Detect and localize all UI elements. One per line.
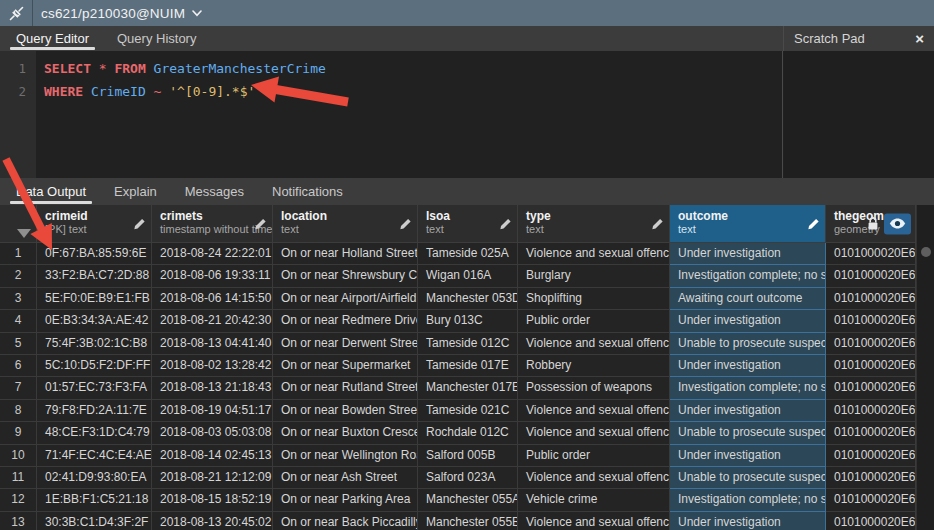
cell-type[interactable]: Violence and sexual offences xyxy=(518,467,670,489)
column-header-crimets[interactable]: crimetstimestamp without time xyxy=(152,205,273,242)
cell-lsoa[interactable]: Tameside 017E xyxy=(418,355,518,377)
cell-type[interactable]: Robbery xyxy=(518,355,670,377)
cell-location[interactable]: On or near Shrewsbury Close xyxy=(273,265,418,287)
cell-crimets[interactable]: 2018-08-24 22:22:01 xyxy=(152,243,273,265)
cell-location[interactable]: On or near Wellington Road xyxy=(273,445,418,467)
tab-query-editor[interactable]: Query Editor xyxy=(4,26,101,51)
cell-lsoa[interactable]: Manchester 017E xyxy=(418,377,518,399)
cell-type[interactable]: Public order xyxy=(518,445,670,467)
scratchpad-textarea[interactable] xyxy=(784,51,934,178)
cell-outcome[interactable]: Under investigation xyxy=(670,310,826,332)
cell-thegeom[interactable]: 0101000020E6100 xyxy=(826,288,916,310)
cell-location[interactable]: On or near Supermarket xyxy=(273,355,418,377)
select-all-corner[interactable] xyxy=(0,205,37,242)
cell-location[interactable]: On or near Parking Area xyxy=(273,489,418,511)
cell-thegeom[interactable]: 0101000020E6100 xyxy=(826,400,916,422)
cell-type[interactable]: Violence and sexual offences xyxy=(518,333,670,355)
cell-outcome[interactable]: Under investigation xyxy=(670,400,826,422)
cell-thegeom[interactable]: 0101000020E6100 xyxy=(826,265,916,287)
column-header-thegeom[interactable]: thegeomgeometry xyxy=(826,205,916,242)
cell-location[interactable]: On or near Derwent Street xyxy=(273,333,418,355)
cell-crimets[interactable]: 2018-08-06 14:15:50 xyxy=(152,288,273,310)
cell-lsoa[interactable]: Tameside 025A xyxy=(418,243,518,265)
cell-outcome[interactable]: Unable to prosecute suspect xyxy=(670,467,826,489)
cell-crimeid[interactable]: 75:4F:3B:02:1C:B8 xyxy=(37,333,152,355)
row-number[interactable]: 3 xyxy=(0,288,37,310)
connection-selector[interactable]: cs621/p210030@NUIM xyxy=(33,6,202,21)
row-number[interactable]: 11 xyxy=(0,467,37,489)
cell-type[interactable]: Public order xyxy=(518,310,670,332)
cell-crimets[interactable]: 2018-08-13 21:18:43 xyxy=(152,377,273,399)
cell-thegeom[interactable]: 0101000020E6100 xyxy=(826,243,916,265)
cell-outcome[interactable]: Unable to prosecute suspect xyxy=(670,333,826,355)
close-icon[interactable]: × xyxy=(915,30,924,47)
cell-lsoa[interactable]: Salford 023A xyxy=(418,467,518,489)
cell-thegeom[interactable]: 0101000020E6100 xyxy=(826,445,916,467)
cell-location[interactable]: On or near Rutland Street xyxy=(273,377,418,399)
cell-thegeom[interactable]: 0101000020E6100 xyxy=(826,512,916,530)
cell-outcome[interactable]: Under investigation xyxy=(670,355,826,377)
cell-crimets[interactable]: 2018-08-21 12:12:09 xyxy=(152,467,273,489)
cell-crimeid[interactable]: 5C:10:D5:F2:DF:FF xyxy=(37,355,152,377)
cell-crimeid[interactable]: 48:CE:F3:1D:C4:79 xyxy=(37,422,152,444)
cell-crimets[interactable]: 2018-08-21 20:42:30 xyxy=(152,310,273,332)
cell-outcome[interactable]: Under investigation xyxy=(670,445,826,467)
view-geometry-button[interactable] xyxy=(884,213,911,234)
cell-outcome[interactable]: Awaiting court outcome xyxy=(670,288,826,310)
column-header-crimeid[interactable]: crimeid[PK] text xyxy=(37,205,152,242)
cell-lsoa[interactable]: Rochdale 012C xyxy=(418,422,518,444)
cell-type[interactable]: Possession of weapons xyxy=(518,377,670,399)
cell-crimets[interactable]: 2018-08-02 13:28:42 xyxy=(152,355,273,377)
cell-crimeid[interactable]: 1E:BB:F1:C5:21:18 xyxy=(37,489,152,511)
cell-outcome[interactable]: Under investigation xyxy=(670,243,826,265)
cell-location[interactable]: On or near Redmere Drive xyxy=(273,310,418,332)
cell-crimets[interactable]: 2018-08-03 05:03:08 xyxy=(152,422,273,444)
cell-location[interactable]: On or near Buxton Crescent xyxy=(273,422,418,444)
cell-crimets[interactable]: 2018-08-06 19:33:11 xyxy=(152,265,273,287)
cell-type[interactable]: Shoplifting xyxy=(518,288,670,310)
sql-code[interactable]: SELECT * FROM GreaterManchesterCrimeWHER… xyxy=(36,51,783,178)
cell-thegeom[interactable]: 0101000020E6100 xyxy=(826,422,916,444)
row-number[interactable]: 8 xyxy=(0,400,37,422)
cell-crimeid[interactable]: 33:F2:BA:C7:2D:88 xyxy=(37,265,152,287)
row-number[interactable]: 5 xyxy=(0,333,37,355)
cell-crimeid[interactable]: 30:3B:C1:D4:3F:2F xyxy=(37,512,152,530)
tab-explain[interactable]: Explain xyxy=(102,178,169,205)
cell-type[interactable]: Violence and sexual offences xyxy=(518,243,670,265)
cell-thegeom[interactable]: 0101000020E6100 xyxy=(826,377,916,399)
cell-crimeid[interactable]: 79:F8:FD:2A:11:7E xyxy=(37,400,152,422)
cell-lsoa[interactable]: Bury 013C xyxy=(418,310,518,332)
row-number[interactable]: 4 xyxy=(0,310,37,332)
cell-lsoa[interactable]: Manchester 055B xyxy=(418,512,518,530)
cell-location[interactable]: On or near Airport/Airfield xyxy=(273,288,418,310)
cell-crimets[interactable]: 2018-08-14 02:45:13 xyxy=(152,445,273,467)
cell-type[interactable]: Burglary xyxy=(518,265,670,287)
column-header-location[interactable]: locationtext xyxy=(273,205,418,242)
column-header-type[interactable]: typetext xyxy=(518,205,670,242)
cell-outcome[interactable]: Investigation complete; no s... xyxy=(670,265,826,287)
cell-type[interactable]: Violence and sexual offences xyxy=(518,512,670,530)
cell-lsoa[interactable]: Manchester 053D xyxy=(418,288,518,310)
cell-thegeom[interactable]: 0101000020E6100 xyxy=(826,489,916,511)
cell-crimeid[interactable]: 5E:F0:0E:B9:E1:FB xyxy=(37,288,152,310)
row-number[interactable]: 1 xyxy=(0,243,37,265)
cell-lsoa[interactable]: Tameside 012C xyxy=(418,333,518,355)
column-header-outcome[interactable]: outcometext xyxy=(670,205,826,242)
cell-crimeid[interactable]: 02:41:D9:93:80:EA xyxy=(37,467,152,489)
cell-location[interactable]: On or near Holland Street xyxy=(273,243,418,265)
cell-type[interactable]: Violence and sexual offences xyxy=(518,400,670,422)
panel-divider[interactable] xyxy=(782,51,783,178)
cell-crimets[interactable]: 2018-08-13 20:45:02 xyxy=(152,512,273,530)
cell-thegeom[interactable]: 0101000020E6100 xyxy=(826,310,916,332)
tab-data-output[interactable]: Data Output xyxy=(4,178,98,205)
cell-thegeom[interactable]: 0101000020E6100 xyxy=(826,467,916,489)
row-number[interactable]: 13 xyxy=(0,512,37,530)
tab-query-history[interactable]: Query History xyxy=(105,26,208,51)
row-number[interactable]: 12 xyxy=(0,489,37,511)
row-number[interactable]: 10 xyxy=(0,445,37,467)
cell-crimeid[interactable]: 0F:67:BA:85:59:6E xyxy=(37,243,152,265)
row-number[interactable]: 9 xyxy=(0,422,37,444)
cell-crimets[interactable]: 2018-08-15 18:52:19 xyxy=(152,489,273,511)
cell-lsoa[interactable]: Salford 005B xyxy=(418,445,518,467)
cell-lsoa[interactable]: Manchester 055A xyxy=(418,489,518,511)
